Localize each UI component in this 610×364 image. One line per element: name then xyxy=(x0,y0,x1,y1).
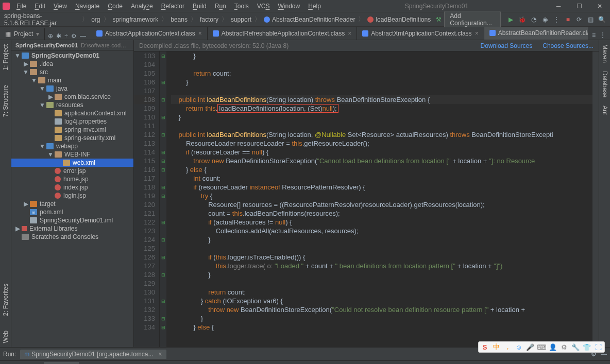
maximize-button[interactable]: ☐ xyxy=(569,0,589,12)
node-webxml[interactable]: web.xml xyxy=(11,159,133,167)
choose-sources-link[interactable]: Choose Sources... xyxy=(543,42,594,49)
stop-icon[interactable]: ■ xyxy=(563,14,572,25)
menu-tools[interactable]: Tools xyxy=(230,1,253,11)
run-tab[interactable]: m SpringSecurityDemo01 [org.apache.tomca… xyxy=(20,350,166,359)
ime-mic-icon[interactable]: 🎤 xyxy=(526,343,534,351)
node-idea[interactable]: ▶.idea xyxy=(11,60,133,68)
profiler-icon[interactable]: ◉ xyxy=(540,14,550,25)
gear-icon[interactable]: ⚙ xyxy=(71,32,77,40)
menu-file[interactable]: File xyxy=(12,1,30,11)
menu-edit[interactable]: Edit xyxy=(30,1,49,11)
node-errorjsp[interactable]: error.jsp xyxy=(11,167,133,175)
node-homejsp[interactable]: home.jsp xyxy=(11,175,133,183)
node-springsec[interactable]: spring-security.xml xyxy=(11,134,133,142)
ime-toolbar[interactable]: S 中 ， ☺ 🎤 ⌨ 👤 ⚙ 🔧 👕 ⛶ xyxy=(478,341,605,353)
ime-emoji-icon[interactable]: ☺ xyxy=(515,343,523,351)
run-icon[interactable]: ▶ xyxy=(506,14,515,25)
close-button[interactable]: ✕ xyxy=(589,0,610,12)
node-package[interactable]: ▶com.biao.service xyxy=(11,93,133,101)
ime-punct-icon[interactable]: ， xyxy=(503,343,512,351)
ime-lang-icon[interactable]: 中 xyxy=(492,343,500,351)
menu-view[interactable]: View xyxy=(49,1,71,11)
close-tab-icon[interactable]: × xyxy=(198,30,202,37)
crumb-org[interactable]: org xyxy=(89,16,102,23)
node-java[interactable]: ▼java xyxy=(11,84,133,93)
minimize-button[interactable]: ─ xyxy=(548,0,569,12)
node-loginjsp[interactable]: login.jsp xyxy=(11,192,133,200)
ime-user-icon[interactable]: 👤 xyxy=(549,343,557,351)
search-icon[interactable]: 🔍 xyxy=(598,14,607,25)
close-run-tab-icon[interactable]: × xyxy=(158,351,162,358)
menu-refactor[interactable]: Refactor xyxy=(157,1,189,11)
side-ant[interactable]: Ant xyxy=(600,101,609,119)
ime-keyboard-icon[interactable]: ⌨ xyxy=(537,343,546,351)
add-configuration-button[interactable]: Add Configuration... xyxy=(444,11,501,28)
tab-abstractapplicationcontext[interactable]: AbstractApplicationContext.class× xyxy=(91,27,208,40)
code-area[interactable]: } return count; } public int loadBeanDef… xyxy=(167,51,592,347)
ime-skin-icon[interactable]: 👕 xyxy=(583,343,591,351)
project-structure-icon[interactable]: ▥ xyxy=(586,14,596,25)
update-icon[interactable]: ⟳ xyxy=(574,14,584,25)
expand-all-icon[interactable]: ✱ xyxy=(56,32,61,40)
menu-navigate[interactable]: Navigate xyxy=(71,1,104,11)
tab-abstractxml[interactable]: AbstractXmlApplicationContext.class× xyxy=(357,27,484,40)
foot-todo[interactable]: ≡6: TODO xyxy=(3,362,44,365)
close-tab-icon[interactable]: × xyxy=(475,30,479,37)
side-database[interactable]: Database xyxy=(600,67,609,101)
foot-terminal[interactable]: ▣Terminal xyxy=(79,362,118,365)
side-favorites[interactable]: 2: Favorites xyxy=(1,280,10,320)
menu-build[interactable]: Build xyxy=(189,1,211,11)
menu-code[interactable]: Code xyxy=(104,1,127,11)
show-all-tabs-icon[interactable]: ≡ xyxy=(590,30,598,40)
menu-vcs[interactable]: VCS xyxy=(253,1,274,11)
node-resources[interactable]: ▼resources xyxy=(11,101,133,109)
debug-icon[interactable]: 🐞 xyxy=(517,14,527,25)
tab-abstractbeandefinitionreader[interactable]: AbstractBeanDefinitionReader.class× xyxy=(484,27,588,40)
node-webinf[interactable]: ▼WEB-INF xyxy=(11,150,133,159)
foot-javaee[interactable]: ♨Java Enterprise xyxy=(118,362,177,365)
coverage-icon[interactable]: ◔ xyxy=(529,14,538,25)
ime-grid-icon[interactable]: ⛶ xyxy=(594,343,602,351)
crumb-factory[interactable]: factory xyxy=(198,16,221,23)
close-tab-icon[interactable]: × xyxy=(348,30,351,37)
crumb-beans[interactable]: beans xyxy=(168,16,190,23)
node-appctx[interactable]: applicationContext.xml xyxy=(11,109,133,117)
node-target[interactable]: ▶target xyxy=(11,200,133,208)
menu-run[interactable]: Run xyxy=(211,1,230,11)
error-stripe[interactable] xyxy=(592,51,599,347)
download-sources-link[interactable]: Download Sources xyxy=(481,42,533,49)
menu-window[interactable]: Window xyxy=(274,1,304,11)
crumb-method[interactable]: loadBeanDefinitions xyxy=(365,16,433,23)
node-root[interactable]: ▼SpringSecurityDemo01 xyxy=(11,51,133,60)
project-tool-label[interactable]: ▦ Project ▾ xyxy=(0,28,45,40)
node-pom[interactable]: mpom.xml xyxy=(11,208,133,216)
side-web[interactable]: Web xyxy=(1,326,10,347)
side-project[interactable]: 1: Project xyxy=(1,40,10,75)
menu-analyze[interactable]: Analyze xyxy=(127,1,157,11)
crumb-support[interactable]: support xyxy=(229,16,253,23)
ime-logo-icon[interactable]: S xyxy=(481,343,489,351)
node-extlib[interactable]: ▶External Libraries xyxy=(11,224,133,233)
node-scratches[interactable]: Scratches and Consoles xyxy=(11,233,133,241)
node-iml[interactable]: SpringSecurityDemo01.iml xyxy=(11,216,133,224)
node-main[interactable]: ▼main xyxy=(11,76,133,84)
foot-run[interactable]: ▶4: Run xyxy=(44,362,79,365)
foot-spring[interactable]: ❀Spring xyxy=(177,362,211,365)
node-log4j[interactable]: log4j.properties xyxy=(11,117,133,126)
node-indexjsp[interactable]: index.jsp xyxy=(11,183,133,192)
hide-icon[interactable]: — xyxy=(80,32,86,40)
build-hammer-icon[interactable]: ⚒ xyxy=(434,14,443,25)
side-structure[interactable]: 7: Structure xyxy=(1,81,10,121)
crumb-class[interactable]: AbstractBeanDefinitionReader xyxy=(262,16,357,23)
menu-help[interactable]: Help xyxy=(304,1,325,11)
crumb-springframework[interactable]: springframework xyxy=(111,16,161,23)
side-maven[interactable]: Maven xyxy=(600,40,609,67)
node-webapp[interactable]: ▼webapp xyxy=(11,142,133,150)
attach-icon[interactable]: ⋮ xyxy=(552,14,561,25)
node-src[interactable]: ▼src xyxy=(11,68,133,76)
ime-wrench-icon[interactable]: 🔧 xyxy=(571,343,580,351)
tab-more-icon[interactable]: ⋮ xyxy=(598,30,608,40)
select-opened-icon[interactable]: ⊕ xyxy=(48,32,53,40)
crumb-jar[interactable]: spring-beans-5.1.6.RELEASE.jar xyxy=(2,12,81,27)
collapse-all-icon[interactable]: ÷ xyxy=(64,32,68,40)
